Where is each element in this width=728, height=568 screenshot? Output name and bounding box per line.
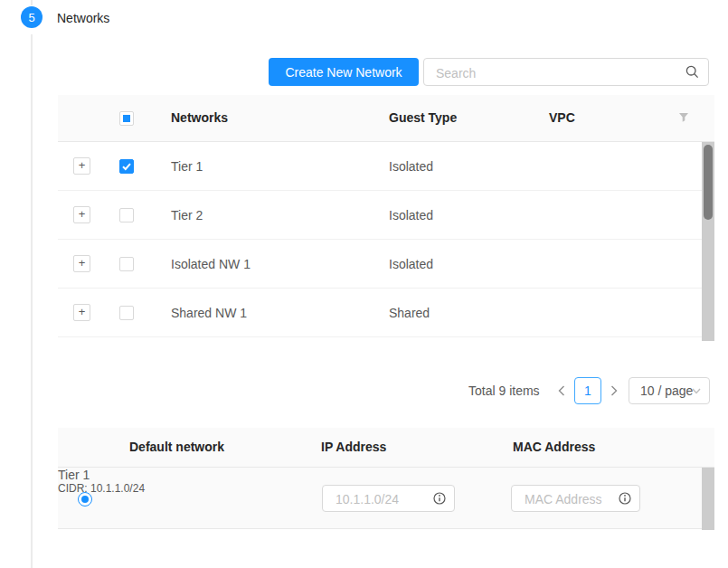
step-number-badge: 5 [21,6,43,28]
search-icon[interactable] [685,65,699,79]
step-connector-line-bottom [31,34,33,568]
info-icon[interactable] [619,492,631,505]
network-name-cell: Tier 2 [171,208,203,222]
info-icon[interactable] [433,492,446,505]
step-number: 5 [28,11,34,24]
expand-row-button[interactable]: + [73,304,90,321]
guest-type-cell: Isolated [389,257,433,271]
column-header-mac-address: MAC Address [513,440,595,454]
ip-address-input[interactable] [334,486,429,513]
mac-address-input[interactable] [523,486,614,513]
column-header-networks: Networks [171,110,228,125]
scrollbar-track[interactable] [702,142,714,341]
create-new-network-button[interactable]: Create New Network [269,58,419,86]
step-title: Networks [57,11,109,25]
row-checkbox[interactable] [119,306,134,320]
row-checkbox[interactable] [119,257,134,271]
row-checkbox[interactable] [119,159,134,174]
search-box[interactable] [423,58,709,86]
default-network-row: Tier 1 CIDR: 10.1.1.0/24 [58,468,702,529]
scrollbar-track[interactable] [702,468,714,530]
expand-row-button[interactable]: + [73,255,90,272]
step-connector-line-top [31,0,33,5]
page-size-select[interactable]: 10 / page [629,377,710,404]
next-page-button[interactable] [606,377,622,404]
page-size-value: 10 / page [640,378,693,403]
expand-row-button[interactable]: + [73,206,90,223]
column-header-guest-type: Guest Type [389,110,457,125]
default-network-table-header: Default network IP Address MAC Address [58,428,714,468]
page-number-button[interactable]: 1 [574,377,601,404]
table-row: + Tier 1 Isolated [58,142,702,191]
column-header-default-network: Default network [129,440,224,454]
ip-address-field-wrapper [322,485,455,512]
table-row: + Tier 2 Isolated [58,191,702,240]
networks-wizard-step: 5 Networks Create New Network Networks G… [0,0,728,568]
table-row: + Isolated NW 1 Isolated [58,240,702,289]
default-network-name: Tier 1 [58,468,702,482]
networks-table-header: Networks Guest Type VPC [58,95,714,142]
chevron-down-icon [692,388,701,394]
scrollbar-thumb[interactable] [704,145,713,220]
expand-row-button[interactable]: + [73,157,90,175]
guest-type-cell: Isolated [389,159,433,174]
network-name-cell: Isolated NW 1 [171,257,251,271]
network-name-cell: Tier 1 [171,159,203,174]
search-input[interactable] [434,59,682,87]
guest-type-cell: Shared [389,306,430,320]
chevron-left-icon [558,385,565,396]
filter-icon[interactable] [678,112,689,123]
column-header-vpc: VPC [549,110,575,125]
default-network-radio[interactable] [78,492,92,506]
table-row: + Shared NW 1 Shared [58,289,702,337]
checkmark-icon [120,160,133,173]
mac-address-field-wrapper [511,485,640,512]
pagination: Total 9 items 1 10 / page [0,377,728,404]
select-all-checkbox[interactable] [119,111,134,126]
chevron-right-icon [610,385,618,396]
network-name-cell: Shared NW 1 [171,306,247,320]
previous-page-button[interactable] [553,377,570,404]
column-header-ip-address: IP Address [321,440,386,454]
guest-type-cell: Isolated [389,208,433,222]
pagination-total-label: Total 9 items [468,377,540,404]
row-checkbox[interactable] [119,208,134,222]
